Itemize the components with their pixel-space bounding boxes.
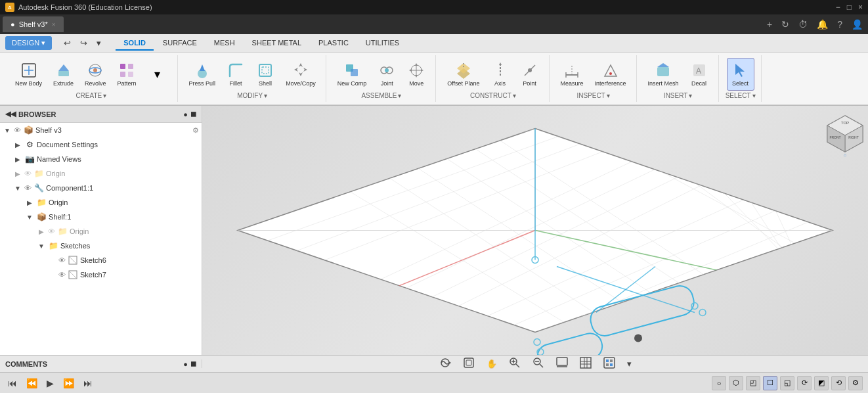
visual-style-btn[interactable] bbox=[600, 355, 618, 373]
settings-shelf-v3[interactable]: ⚙ bbox=[192, 126, 199, 135]
redo-btn[interactable]: ↪ bbox=[76, 35, 91, 51]
move-btn[interactable]: Move/Copy bbox=[281, 58, 320, 91]
view-cube[interactable]: TOP RIGHT FRONT ⌂ bbox=[822, 112, 861, 152]
tab-plastic[interactable]: PLASTIC bbox=[311, 36, 357, 51]
zoom-out-btn[interactable] bbox=[529, 355, 548, 373]
toggle-sketches[interactable]: ▼ bbox=[37, 241, 46, 250]
timeline-icon-8[interactable]: ⟲ bbox=[831, 376, 846, 390]
help-btn[interactable]: ? bbox=[835, 19, 845, 30]
vis-shelf-v3[interactable]: 👁 bbox=[14, 126, 21, 134]
toggle-named-views[interactable]: ▶ bbox=[13, 154, 22, 164]
active-tab[interactable]: ● Shelf v3* × bbox=[3, 16, 64, 32]
timeline-icon-6[interactable]: ⟳ bbox=[797, 376, 812, 390]
viewport[interactable]: TOP RIGHT FRONT ⌂ bbox=[202, 106, 868, 355]
toggle-shelf1[interactable]: ▼ bbox=[25, 212, 34, 221]
close-btn[interactable]: × bbox=[858, 3, 863, 12]
titlebar-controls[interactable]: − □ × bbox=[836, 3, 863, 12]
tree-item-sketch6[interactable]: ▶ 👁 Sketch6 bbox=[0, 253, 202, 267]
comments-panel-btn[interactable]: ◼ bbox=[190, 359, 196, 368]
toggle-origin-top[interactable]: ▶ bbox=[13, 169, 22, 178]
vis-origin-top[interactable]: 👁 bbox=[24, 170, 32, 177]
grid-toggle-btn[interactable] bbox=[576, 355, 595, 373]
account-btn[interactable]: 👤 bbox=[849, 19, 865, 30]
measure-btn[interactable]: Measure bbox=[556, 58, 588, 91]
revolve-btn[interactable]: Revolve bbox=[80, 58, 111, 91]
vis-sketch7[interactable]: 👁 bbox=[58, 271, 66, 279]
tab-solid[interactable]: SOLID bbox=[116, 36, 154, 51]
timeline-play-btn[interactable]: ▶ bbox=[44, 377, 56, 390]
comments-pin-btn[interactable]: ● bbox=[183, 360, 188, 368]
history-btn[interactable]: ⏱ bbox=[796, 19, 810, 30]
zoom-fit-btn[interactable] bbox=[506, 355, 524, 373]
timeline-icon-2[interactable]: ⬡ bbox=[729, 376, 743, 390]
new-component-btn[interactable]: New Body bbox=[11, 58, 47, 91]
visual-more-btn[interactable]: ▾ bbox=[624, 357, 635, 371]
tab-surface[interactable]: SURFACE bbox=[155, 36, 205, 51]
new-comp-btn[interactable]: New Comp bbox=[333, 58, 372, 91]
tree-item-shelf1[interactable]: ▼ 📦 Shelf:1 bbox=[0, 210, 202, 224]
browser-pin-btn[interactable]: ● bbox=[183, 110, 188, 118]
tree-item-component1[interactable]: ▼ 👁 🔧 Component1:1 bbox=[0, 181, 202, 195]
assemble-label[interactable]: ASSEMBLE ▾ bbox=[361, 92, 401, 99]
vis-sketch6[interactable]: 👁 bbox=[58, 256, 66, 264]
toggle-component1[interactable]: ▼ bbox=[13, 183, 22, 193]
modify-label[interactable]: MODIFY ▾ bbox=[237, 92, 267, 99]
select-label[interactable]: SELECT ▾ bbox=[726, 92, 756, 99]
maximize-btn[interactable]: □ bbox=[847, 3, 852, 12]
create-more-btn[interactable]: ▾ bbox=[143, 62, 172, 87]
add-tab-btn[interactable]: + bbox=[764, 19, 775, 30]
tree-item-origin-s1[interactable]: ▶ 👁 📁 Origin bbox=[0, 224, 202, 239]
axis-btn[interactable]: Axis bbox=[487, 58, 514, 91]
timeline-next-btn[interactable]: ⏩ bbox=[60, 377, 77, 390]
orbit-btn[interactable] bbox=[436, 355, 454, 373]
pattern-btn[interactable]: Pattern bbox=[113, 58, 141, 91]
as-move-btn[interactable]: Move bbox=[402, 58, 430, 91]
inspect-label[interactable]: INSPECT ▾ bbox=[576, 92, 609, 99]
nav-extra-btn[interactable]: ▾ bbox=[93, 35, 105, 51]
tab-mesh[interactable]: MESH bbox=[206, 36, 243, 51]
create-label[interactable]: CREATE ▾ bbox=[76, 92, 106, 99]
minimize-btn[interactable]: − bbox=[836, 3, 840, 12]
design-dropdown-btn[interactable]: DESIGN ▾ bbox=[5, 36, 52, 50]
timeline-settings-btn[interactable]: ⚙ bbox=[848, 376, 863, 390]
timeline-next-end-btn[interactable]: ⏭ bbox=[81, 377, 95, 390]
pan-btn[interactable]: ✋ bbox=[483, 357, 500, 371]
fillet-btn[interactable]: Fillet bbox=[222, 58, 250, 91]
timeline-prev-start-btn[interactable]: ⏮ bbox=[5, 377, 20, 390]
home-view-btn[interactable] bbox=[460, 355, 478, 373]
toggle-doc-settings[interactable]: ▶ bbox=[13, 140, 22, 149]
tab-utilities[interactable]: UTILITIES bbox=[358, 36, 407, 51]
press-pull-btn[interactable]: Press Pull bbox=[184, 58, 221, 91]
point-btn[interactable]: Point bbox=[516, 58, 544, 91]
toggle-shelf-v3[interactable]: ▼ bbox=[3, 126, 12, 135]
undo-btn[interactable]: ↩ bbox=[60, 35, 75, 51]
timeline-icon-3[interactable]: ◰ bbox=[746, 376, 760, 390]
joint-btn[interactable]: Joint bbox=[373, 58, 401, 91]
tree-item-sketch7[interactable]: ▶ 👁 Sketch7 bbox=[0, 267, 202, 282]
extrude-btn[interactable]: Extrude bbox=[49, 58, 78, 91]
vis-origin-s1[interactable]: 👁 bbox=[48, 227, 55, 235]
tab-sheet-metal[interactable]: SHEET METAL bbox=[244, 36, 309, 51]
timeline-icon-7[interactable]: ◩ bbox=[814, 376, 829, 390]
timeline-prev-btn[interactable]: ⏪ bbox=[24, 377, 40, 390]
refresh-btn[interactable]: ↻ bbox=[779, 19, 792, 30]
tree-item-doc-settings[interactable]: ▶ ⚙ Document Settings bbox=[0, 137, 202, 152]
shell-btn[interactable]: Shell bbox=[251, 58, 279, 91]
insert-mesh-btn[interactable]: Insert Mesh bbox=[643, 58, 684, 91]
browser-panel-btn[interactable]: ◼ bbox=[190, 110, 196, 118]
construct-label[interactable]: CONSTRUCT ▾ bbox=[470, 92, 516, 99]
interference-btn[interactable]: Interference bbox=[590, 58, 631, 91]
toggle-origin-s1[interactable]: ▶ bbox=[37, 227, 46, 236]
vis-component1[interactable]: 👁 bbox=[24, 184, 32, 192]
decal-btn[interactable]: A Decal bbox=[685, 58, 713, 91]
toggle-origin-c1[interactable]: ▶ bbox=[25, 198, 34, 207]
tab-close-btn[interactable]: × bbox=[52, 21, 56, 28]
tree-item-origin-c1[interactable]: ▶ 📁 Origin bbox=[0, 195, 202, 210]
offset-plane-btn[interactable]: Offset Plane bbox=[443, 58, 484, 91]
tree-item-shelf-v3[interactable]: ▼ 👁 📦 Shelf v3 ⚙ bbox=[0, 123, 202, 137]
insert-label[interactable]: INSERT ▾ bbox=[664, 92, 693, 99]
timeline-icon-1[interactable]: ○ bbox=[712, 376, 726, 390]
timeline-icon-4[interactable]: ☐ bbox=[763, 376, 777, 390]
display-mode-btn[interactable] bbox=[553, 355, 571, 373]
select-btn[interactable]: Select bbox=[727, 58, 754, 91]
